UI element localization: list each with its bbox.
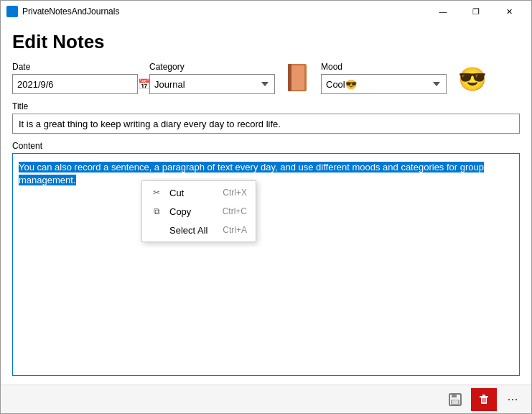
- date-label: Date: [12, 62, 138, 72]
- svg-rect-10: [482, 395, 485, 396]
- copy-icon: ⧉: [151, 206, 162, 217]
- trash-icon: [477, 393, 490, 406]
- svg-rect-9: [480, 396, 488, 397]
- cut-label: Cut: [169, 188, 215, 198]
- select-all-label: Select All: [169, 225, 215, 236]
- content-area: Edit Notes Date 📅 Category Journal Perso…: [1, 22, 531, 385]
- content-label: Content: [12, 141, 520, 151]
- svg-rect-0: [9, 8, 16, 15]
- main-window: PrivateNotesAndJournals — ❐ ✕ Edit Notes…: [0, 0, 532, 414]
- mood-emoji-display: 😎: [458, 65, 487, 93]
- mood-wrapper: Cool😎 Happy😊 Sad😢 Angry😠: [321, 74, 447, 94]
- category-label: Category: [149, 62, 275, 72]
- mood-label: Mood: [321, 62, 447, 72]
- select-all-icon: [151, 224, 162, 236]
- svg-rect-2: [290, 65, 304, 90]
- close-button[interactable]: ✕: [493, 1, 526, 22]
- context-menu: ✂ Cut Ctrl+X ⧉ Copy Ctrl+C Select All Ct…: [141, 180, 256, 242]
- copy-shortcut: Ctrl+C: [223, 206, 247, 216]
- maximize-button[interactable]: ❐: [459, 1, 493, 22]
- more-button[interactable]: ···: [500, 388, 526, 411]
- svg-rect-7: [452, 400, 458, 404]
- cut-icon: ✂: [151, 187, 162, 198]
- window-controls: — ❐ ✕: [426, 1, 526, 22]
- context-menu-cut[interactable]: ✂ Cut Ctrl+X: [142, 183, 256, 202]
- cut-shortcut: Ctrl+X: [223, 188, 247, 198]
- statusbar: ···: [1, 385, 531, 413]
- calendar-icon[interactable]: 📅: [138, 78, 150, 90]
- date-input[interactable]: [17, 79, 138, 90]
- category-select[interactable]: Journal Personal Work Travel: [149, 74, 275, 94]
- minimize-button[interactable]: —: [426, 1, 459, 22]
- window-title: PrivateNotesAndJournals: [22, 6, 426, 17]
- fields-row: Date 📅 Category Journal Personal Work Tr…: [12, 62, 520, 94]
- date-input-wrapper[interactable]: 📅: [12, 74, 138, 94]
- title-label: Title: [12, 101, 520, 111]
- titlebar: PrivateNotesAndJournals — ❐ ✕: [1, 1, 531, 22]
- date-field-group: Date 📅: [12, 62, 138, 94]
- context-menu-copy[interactable]: ⧉ Copy Ctrl+C: [142, 202, 256, 221]
- mood-field-group: Mood Cool😎 Happy😊 Sad😢 Angry😠: [321, 62, 447, 94]
- title-input[interactable]: [12, 114, 520, 134]
- copy-label: Copy: [169, 206, 215, 217]
- svg-rect-5: [452, 394, 457, 397]
- save-button[interactable]: [442, 388, 468, 411]
- mood-select[interactable]: Cool😎 Happy😊 Sad😢 Angry😠: [321, 74, 447, 94]
- save-icon: [449, 393, 462, 406]
- svg-rect-3: [288, 64, 291, 91]
- content-section: Content You can also record a sentence, …: [12, 141, 520, 376]
- book-icon: [286, 64, 309, 93]
- select-all-shortcut: Ctrl+A: [223, 225, 247, 235]
- category-field-group: Category Journal Personal Work Travel: [149, 62, 275, 94]
- app-icon: [6, 6, 18, 17]
- content-textarea[interactable]: [12, 153, 520, 376]
- page-title: Edit Notes: [12, 31, 520, 53]
- delete-button[interactable]: [471, 388, 497, 411]
- context-menu-select-all[interactable]: Select All Ctrl+A: [142, 221, 256, 239]
- more-icon: ···: [507, 392, 518, 407]
- title-section: Title: [12, 101, 520, 134]
